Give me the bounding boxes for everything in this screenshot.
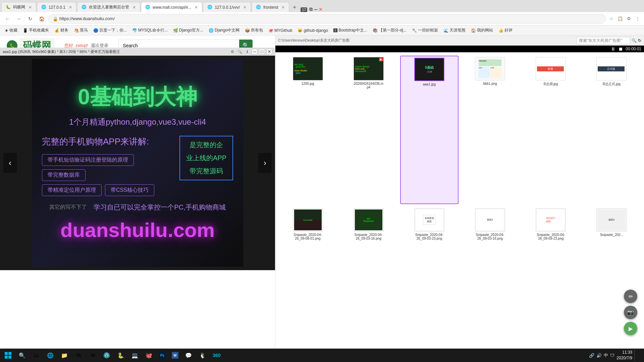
360-btn[interactable]: 360 [210,349,223,361]
fab-edit[interactable]: ✏ [624,290,637,303]
panel-search-icon[interactable]: 🔍 [632,38,637,43]
tab-bar: 🐛 码蝶网 ✕ 🌐 127.0.0.1 ✕ 🌐 欢迎进入薯雅阁后台管 ✕ 🌐 w… [0,0,644,12]
viewer-maximize[interactable]: □ [259,49,265,55]
viewer-controls: ⚙ 🔍 ℹ ─ □ ✕ [229,49,272,55]
bookmark-mysite[interactable]: 🏠 我的网站 [469,27,495,34]
star-icon[interactable]: ☆ [608,15,615,22]
thumb-bzong[interactable]: 标题 B总用.jpg [522,56,580,204]
search-taskbar[interactable]: 🔍 [15,349,29,361]
thumb-img-snip2: APIResponse [354,208,384,232]
vscode-btn[interactable]: 💻 [128,349,142,361]
tab-close-3[interactable]: ✕ [132,5,136,10]
viewer-close[interactable]: ✕ [266,49,272,55]
sound-icon[interactable]: 🔊 [596,353,602,358]
bookmark-djangocn[interactable]: 🌐 Django中文网 [207,27,241,34]
new-tab-button[interactable]: + [290,3,299,12]
url-bar[interactable]: 🔒 https://www.duanshuilu.com/ [48,14,606,23]
tab-close-1[interactable]: ✕ [29,5,32,10]
settings-icon[interactable]: ⚙ [625,15,633,22]
panel-refresh-icon[interactable]: ↻ [638,38,641,43]
tab-4[interactable]: 🌐 www.mall.com/api/ir... ✕ [141,2,202,12]
tab-close-5[interactable]: ✕ [243,5,247,10]
tab-1[interactable]: 🐛 码蝶网 ✕ [1,2,36,12]
tab-3[interactable]: 🌐 欢迎进入薯雅阁后台管 ✕ [77,2,140,12]
bookmark-packages[interactable]: 📦 所有包 [243,27,265,34]
thumb-bbb1[interactable]: Header col1 col2 bbb1.png [461,56,519,204]
bookmark-tianya[interactable]: 🌊 天涯笔熊 [441,27,468,34]
edge-icon: 🌐 [46,351,54,359]
bookmark-frameworks[interactable]: 🔧 一些好框架 [410,27,440,34]
restore-btn[interactable]: ⧉ [309,6,313,12]
thumb-snip2[interactable]: APIResponse Snipaste_2020-04-26_09-03-16… [339,207,397,352]
bookmark-github[interactable]: 🐙 MYGithub [266,27,294,34]
tab-close-4[interactable]: ✕ [195,5,198,10]
thumb-aaa1[interactable]: 0基础 大神 aaa1.jpg [400,56,458,204]
tab-favicon-1: 🐛 [6,5,11,10]
feature-tag-location[interactable]: 带精准定位用户原理 [42,184,102,196]
home-button[interactable]: 🏠 [37,14,46,23]
slide-next-button[interactable]: › [258,153,272,173]
bookmark-django[interactable]: 🌿 Django官方... [171,27,205,34]
bookmark-django1[interactable]: 📚 【第一部分-dj... [371,27,409,34]
mail-btn[interactable]: ✉ [86,349,99,361]
tab-close-6[interactable]: ✕ [281,5,285,10]
show-desktop[interactable] [634,349,640,361]
edge-browser[interactable]: 🌐 [44,349,57,361]
slide-prev-button[interactable]: ‹ [3,153,17,173]
start-button[interactable] [1,349,15,361]
bookmark-star[interactable]: ★ 收藏 [3,27,19,34]
viewer-minimize[interactable]: ─ [252,49,258,55]
taskview-btn[interactable]: 🗂 [30,349,43,361]
viewer-info-icon[interactable]: ℹ [244,49,250,55]
bookmark-mysql[interactable]: 🐬 MYSQL命令行... [130,27,170,34]
pycharm-btn[interactable]: 🐍 [114,349,127,361]
explorer-btn[interactable]: 📁 [58,349,71,361]
ps-btn[interactable]: Ps [156,349,168,361]
forward-button[interactable]: → [14,14,23,23]
thumb-snip4[interactable]: 截图4 Snipaste_2020-04-26_09-03-16.png [461,207,519,352]
viewer-settings-icon[interactable]: ⚙ [229,49,235,55]
word-btn[interactable]: W [169,349,181,361]
thumb-1200[interactable]: def foo(): print("hi") class Model: pass… [279,56,337,204]
back-button[interactable]: ← [3,14,12,23]
fab-camera[interactable]: 📷 [624,306,637,319]
video-pause-btn[interactable]: ⏸ [611,46,615,52]
fab-play[interactable]: ▶ [624,322,637,335]
tab-6[interactable]: 🌐 frontend ✕ [252,2,289,12]
refresh-button[interactable]: ↻ [25,14,35,23]
close-btn[interactable]: ✕ [319,7,323,12]
bookmark-baidu[interactable]: 🔵 百度一下，你... [91,27,129,34]
git-btn[interactable]: 🐙 [142,349,156,361]
feature-tag-css[interactable]: 带CSS核心技巧 [105,184,154,196]
network-icon[interactable]: 🔗 [589,353,594,358]
thumb-video[interactable]: import django from rest_ framework ▶ 202… [339,56,397,204]
antivirus-icon[interactable]: 🛡 [610,353,614,358]
tab-5[interactable]: 🌐 127.0.0.1/vvv/ ✕ [203,2,251,12]
thumb-snip3[interactable]: 表格数据截图 Snipaste_2020-04-26_09-03-23.png [400,207,458,352]
video-stop-btn[interactable]: ⏹ [618,46,623,52]
bookmark-finance[interactable]: 💰 财务 [52,27,70,34]
bookmark-goodreview[interactable]: 👍 好评 [496,27,515,34]
store-btn[interactable]: 🛍 [72,349,85,361]
thumb-snip5[interactable]: 错误提示截图 Snipaste_2020-04-26_09-09-23.png [522,207,580,352]
panel-search-input[interactable] [577,37,630,44]
feature-tag-db[interactable]: 带完整数据库 [42,169,86,181]
bookmark-mobile[interactable]: 📱 手机收藏夹 [21,27,51,34]
taskbar-clock[interactable]: 11:33 2020/7/9 [616,350,632,361]
thumb-snip1[interactable]: console Snipaste_2020-04-26_09-08-01.png [279,207,337,352]
collect-icon[interactable]: 📋 [616,15,624,22]
qq-btn[interactable]: 🐧 [196,349,209,361]
feature-tag-sms[interactable]: 带手机短信验证码注册登陆的原理 [42,154,134,166]
viewer-zoom-icon[interactable]: 🔍 [237,49,243,55]
chrome-btn[interactable] [100,349,113,361]
bookmark-heima[interactable]: 🐴 黑马 [72,27,90,34]
thumb-bzongzs[interactable]: 正式版 B总正式.jpg [583,56,641,204]
tab-2[interactable]: 🌐 127.0.0.1 ✕ [37,2,76,12]
tab-close-2[interactable]: ✕ [69,5,72,10]
more-icon[interactable]: ⋮ [634,15,641,22]
bookmark-github-django[interactable]: 🐱 github-django [296,27,330,34]
wechat-btn[interactable]: 💬 [182,349,195,361]
minimize-btn[interactable]: ─ [314,7,317,12]
input-icon[interactable]: 中 [604,352,608,358]
bookmark-bootstrap[interactable]: 🅱 Bootstrap中文... [331,27,369,34]
